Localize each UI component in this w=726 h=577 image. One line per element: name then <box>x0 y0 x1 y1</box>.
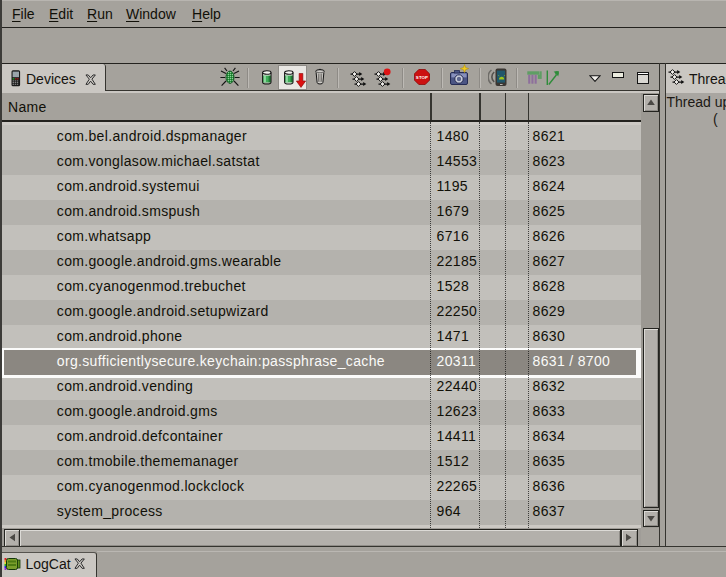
svg-text:STOP: STOP <box>415 75 427 80</box>
